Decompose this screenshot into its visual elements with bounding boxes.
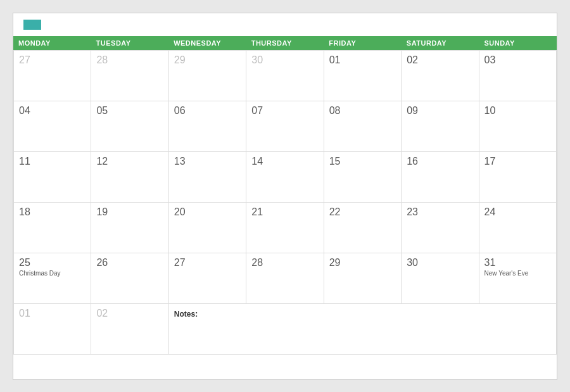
calendar-header bbox=[13, 13, 557, 36]
calendar-cell: 04 bbox=[14, 101, 91, 152]
calendar-cell: 26 bbox=[91, 253, 168, 304]
calendar-cell: 25Christmas Day bbox=[14, 253, 91, 304]
date-number: 01 bbox=[329, 54, 396, 66]
event-label: Christmas Day bbox=[19, 270, 86, 277]
notes-label: Notes: bbox=[174, 310, 198, 319]
date-number: 25 bbox=[19, 257, 86, 269]
calendar-cell: 13 bbox=[169, 152, 246, 203]
calendar-cell-overflow: 01 bbox=[14, 304, 91, 355]
year-label bbox=[23, 20, 41, 30]
date-number: 17 bbox=[484, 156, 551, 167]
calendar-cell: 24 bbox=[479, 203, 557, 253]
date-number: 12 bbox=[96, 156, 163, 167]
date-number: 27 bbox=[19, 54, 86, 66]
day-header-tuesday: TUESDAY bbox=[91, 36, 169, 50]
date-number: 02 bbox=[407, 54, 473, 66]
date-number: 06 bbox=[174, 105, 241, 117]
calendar-cell: 18 bbox=[14, 203, 91, 253]
date-number: 19 bbox=[96, 206, 163, 218]
day-header-monday: MONDAY bbox=[13, 36, 91, 50]
calendar-cell: 30 bbox=[246, 51, 324, 101]
date-number: 29 bbox=[174, 54, 241, 66]
date-number: 10 bbox=[484, 105, 551, 117]
date-number: 13 bbox=[174, 156, 241, 167]
calendar-cell: 28 bbox=[246, 253, 324, 304]
date-number: 08 bbox=[329, 105, 396, 117]
date-number: 07 bbox=[251, 105, 318, 117]
calendar-cell: 03 bbox=[479, 51, 557, 101]
date-number: 24 bbox=[484, 206, 551, 218]
calendar-cell: 16 bbox=[402, 152, 479, 203]
date-number: 22 bbox=[329, 206, 396, 218]
calendar-cell: 08 bbox=[324, 101, 402, 152]
calendar-cell: 05 bbox=[91, 101, 168, 152]
date-number: 09 bbox=[407, 105, 473, 117]
date-number: 05 bbox=[96, 105, 163, 117]
date-number: 21 bbox=[251, 206, 318, 218]
calendar-cell: 22 bbox=[324, 203, 402, 253]
calendar-cell: 29 bbox=[324, 253, 402, 304]
calendar-cell: 30 bbox=[402, 253, 479, 304]
date-number: 04 bbox=[19, 105, 86, 117]
date-number: 29 bbox=[329, 257, 396, 269]
calendar-cell: 01 bbox=[324, 51, 402, 101]
calendar-cell: 21 bbox=[246, 203, 324, 253]
calendar-cell: 12 bbox=[91, 152, 168, 203]
calendar-cell: 20 bbox=[169, 203, 246, 253]
date-number: 14 bbox=[251, 156, 318, 167]
date-number: 23 bbox=[407, 206, 473, 218]
date-number: 28 bbox=[251, 257, 318, 269]
calendar-cell: 14 bbox=[246, 152, 324, 203]
date-number: 18 bbox=[19, 206, 86, 218]
date-number: 27 bbox=[174, 257, 241, 269]
calendar-cell: 11 bbox=[14, 152, 91, 203]
date-number: 02 bbox=[96, 308, 163, 319]
day-header-friday: FRIDAY bbox=[324, 36, 402, 50]
calendar-grid: 2728293001020304050607080910111213141516… bbox=[13, 50, 557, 355]
calendar-cell: 09 bbox=[402, 101, 479, 152]
calendar-cell: 31New Year's Eve bbox=[479, 253, 557, 304]
date-number: 30 bbox=[251, 54, 318, 66]
date-number: 20 bbox=[174, 206, 241, 218]
calendar-cell: 27 bbox=[169, 253, 246, 304]
date-number: 01 bbox=[19, 308, 86, 319]
days-header-row: MONDAY TUESDAY WEDNESDAY THURSDAY FRIDAY… bbox=[13, 36, 557, 50]
calendar-cell: 07 bbox=[246, 101, 324, 152]
calendar-cell: 15 bbox=[324, 152, 402, 203]
day-header-thursday: THURSDAY bbox=[246, 36, 324, 50]
date-number: 31 bbox=[484, 257, 551, 269]
day-header-sunday: SUNDAY bbox=[479, 36, 557, 50]
date-number: 28 bbox=[96, 54, 163, 66]
date-number: 16 bbox=[407, 156, 473, 167]
date-number: 15 bbox=[329, 156, 396, 167]
day-header-wednesday: WEDNESDAY bbox=[168, 36, 246, 50]
calendar-cell-overflow: 02 bbox=[91, 304, 168, 355]
calendar-cell: 10 bbox=[479, 101, 557, 152]
calendar-cell: 27 bbox=[14, 51, 91, 101]
calendar-cell: 17 bbox=[479, 152, 557, 203]
calendar: MONDAY TUESDAY WEDNESDAY THURSDAY FRIDAY… bbox=[13, 13, 557, 380]
date-number: 03 bbox=[484, 54, 551, 66]
calendar-cell: 06 bbox=[169, 101, 246, 152]
date-number: 30 bbox=[407, 257, 473, 269]
calendar-cell: 29 bbox=[169, 51, 246, 101]
calendar-cell: 19 bbox=[91, 203, 168, 253]
date-number: 11 bbox=[19, 156, 86, 167]
event-label: New Year's Eve bbox=[484, 270, 551, 277]
notes-cell: Notes: bbox=[169, 304, 557, 355]
date-number: 26 bbox=[96, 257, 163, 269]
calendar-cell: 23 bbox=[402, 203, 479, 253]
calendar-cell: 02 bbox=[402, 51, 479, 101]
calendar-cell: 28 bbox=[91, 51, 168, 101]
day-header-saturday: SATURDAY bbox=[402, 36, 479, 50]
